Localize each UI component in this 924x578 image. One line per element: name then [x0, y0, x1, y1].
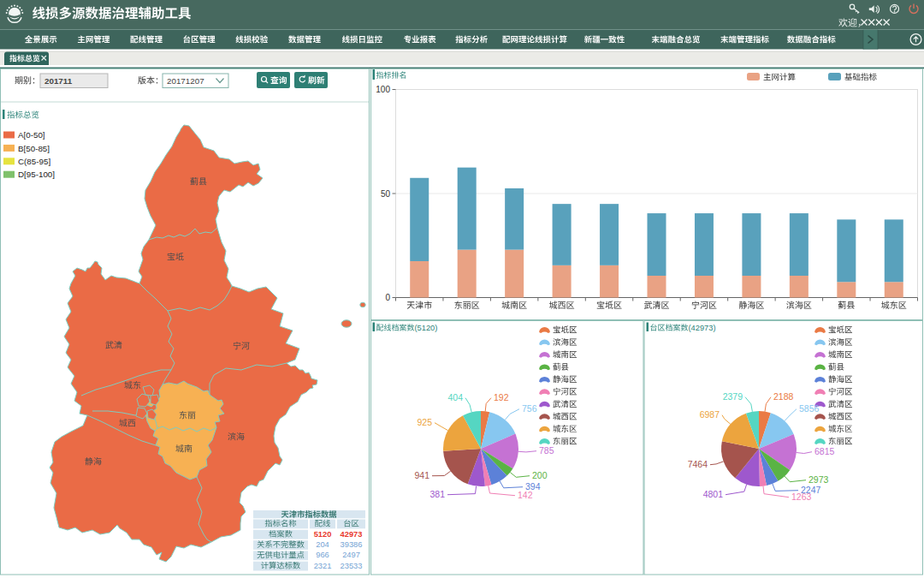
- svg-text:50: 50: [381, 189, 391, 199]
- svg-text:200: 200: [532, 470, 548, 480]
- svg-text:5856: 5856: [799, 403, 820, 414]
- svg-text:C(85-95]: C(85-95]: [18, 157, 50, 166]
- svg-text:404: 404: [447, 392, 463, 402]
- svg-text:39386: 39386: [341, 540, 363, 549]
- svg-text:2973: 2973: [808, 474, 829, 485]
- svg-text:2379: 2379: [723, 391, 743, 402]
- svg-text:204: 204: [316, 540, 329, 549]
- svg-text:142: 142: [518, 490, 533, 500]
- svg-text:192: 192: [494, 392, 509, 402]
- svg-text:941: 941: [414, 470, 429, 480]
- svg-text:A[0-50]: A[0-50]: [18, 130, 45, 140]
- svg-text:(5120): (5120): [415, 324, 438, 332]
- svg-text:966: 966: [316, 551, 329, 559]
- svg-text:B[50-85]: B[50-85]: [18, 144, 50, 153]
- svg-text:785: 785: [539, 445, 554, 456]
- svg-text:(42973): (42973): [689, 324, 716, 332]
- svg-text:201711: 201711: [44, 76, 73, 86]
- svg-text:7464: 7464: [688, 459, 708, 469]
- svg-text:100: 100: [376, 85, 390, 94]
- svg-text:23533: 23533: [341, 562, 363, 570]
- svg-text:6987: 6987: [700, 409, 720, 420]
- svg-text:42973: 42973: [341, 530, 363, 539]
- svg-text:2321: 2321: [314, 562, 332, 570]
- svg-text:925: 925: [417, 417, 432, 427]
- svg-text:381: 381: [429, 489, 445, 499]
- svg-text:2497: 2497: [342, 551, 360, 559]
- svg-text:5120: 5120: [314, 530, 332, 539]
- svg-text:6815: 6815: [814, 446, 835, 456]
- svg-text:0: 0: [385, 293, 390, 302]
- svg-text:1263: 1263: [791, 492, 812, 502]
- svg-text:D[95-100]: D[95-100]: [18, 170, 55, 179]
- svg-text:2188: 2188: [773, 391, 794, 402]
- svg-text:20171207: 20171207: [167, 76, 204, 86]
- svg-text:4801: 4801: [703, 489, 724, 499]
- svg-text:756: 756: [522, 403, 537, 414]
